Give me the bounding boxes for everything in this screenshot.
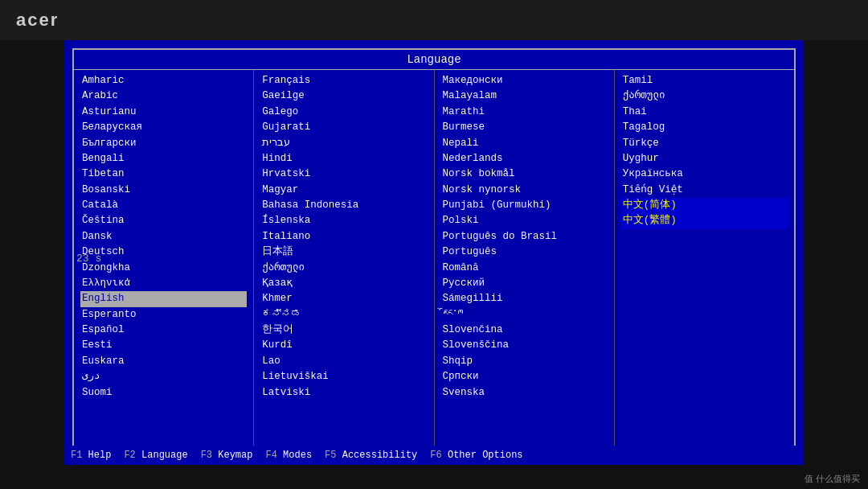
list-item[interactable]: Thai <box>621 105 788 120</box>
list-item[interactable]: Latviski <box>260 385 427 401</box>
list-item[interactable]: עברית <box>260 136 427 151</box>
acer-logo: acer <box>16 10 59 31</box>
list-item[interactable]: 한국어 <box>260 323 427 338</box>
list-item[interactable]: ಕನ್ನಡ <box>260 307 427 323</box>
watermark: 值 什么值得买 <box>805 473 860 485</box>
language-title: Language <box>74 50 794 70</box>
list-item[interactable]: Čeština <box>80 213 247 228</box>
list-item[interactable]: Tamil <box>621 73 788 88</box>
list-item[interactable]: Српски <box>441 369 608 384</box>
timer: 23 s <box>76 253 101 265</box>
list-item[interactable]: Euskara <box>80 354 247 369</box>
list-item[interactable]: Dansk <box>80 229 247 244</box>
list-item[interactable]: Tiếng Việt <box>621 183 788 198</box>
list-item[interactable]: Punjabi (Gurmukhi) <box>441 198 608 213</box>
list-item[interactable]: Polski <box>441 213 608 228</box>
list-item[interactable]: Magyar <box>260 183 427 198</box>
list-item[interactable]: Uyghur <box>621 151 788 166</box>
list-item[interactable]: Македонски <box>441 73 608 88</box>
list-item[interactable]: Bosanski <box>80 183 247 198</box>
list-item[interactable]: Slovenščina <box>441 338 608 353</box>
list-item[interactable]: Български <box>80 136 247 151</box>
list-item[interactable]: Gaeilge <box>260 88 427 104</box>
list-item[interactable]: Svenska <box>441 385 608 401</box>
list-item[interactable]: Русский <box>441 276 608 291</box>
language-columns: Amharic Arabic Asturianu Беларуская Бълг… <box>74 70 794 455</box>
f5-key[interactable]: F5 Accessibility <box>325 450 417 461</box>
list-item[interactable]: 日本語 <box>260 244 427 260</box>
list-item[interactable]: Français <box>260 73 427 88</box>
list-item[interactable]: Português do Brasil <box>441 229 608 244</box>
list-item[interactable]: Nepali <box>441 136 608 151</box>
list-item[interactable]: Lietuviškai <box>260 369 427 384</box>
list-item[interactable]: Lao <box>260 354 427 369</box>
list-item[interactable]: ཇོང་ཁ <box>441 307 608 323</box>
list-item[interactable]: Malayalam <box>441 88 608 104</box>
language-column-4: Tamil ქართული Thai Tagalog Türkçe Uyghur… <box>615 70 794 455</box>
list-item[interactable]: Suomi <box>80 385 247 401</box>
list-item[interactable]: Norsk nynorsk <box>441 183 608 198</box>
list-item[interactable]: Català <box>80 198 247 213</box>
list-item[interactable]: Asturianu <box>80 105 247 120</box>
list-item[interactable]: Қазақ <box>260 276 427 291</box>
list-item[interactable]: Беларуская <box>80 120 247 135</box>
laptop-frame: acer 23 s Language Amharic Arabic Asturi… <box>0 0 868 489</box>
list-item[interactable]: Sámegillii <box>441 291 608 306</box>
list-item[interactable]: ქართული <box>260 261 427 276</box>
list-item[interactable]: Íslenska <box>260 213 427 228</box>
list-item[interactable]: Arabic <box>80 88 247 104</box>
list-item[interactable]: Kurdî <box>260 338 427 353</box>
language-column-2: Français Gaeilge Galego Gujarati עברית H… <box>254 70 434 455</box>
list-item[interactable]: Tibetan <box>80 166 247 182</box>
language-column-3: Македонски Malayalam Marathi Burmese Nep… <box>435 70 615 455</box>
f4-key[interactable]: F4 Modes <box>265 450 312 461</box>
list-item[interactable]: Eesti <box>80 338 247 353</box>
f3-key[interactable]: F3 Keymap <box>201 450 253 461</box>
english-selected-item[interactable]: English <box>80 291 247 306</box>
list-item[interactable]: Dzongkha <box>80 261 247 276</box>
f1-key[interactable]: F1 Help <box>71 450 111 461</box>
list-item[interactable]: Marathi <box>441 105 608 120</box>
list-item[interactable]: Shqip <box>441 354 608 369</box>
list-item[interactable]: Gujarati <box>260 120 427 135</box>
list-item[interactable]: Українська <box>621 166 788 182</box>
list-item[interactable]: Hrvatski <box>260 166 427 182</box>
screen: 23 s Language Amharic Arabic Asturianu Б… <box>64 40 804 465</box>
bottom-bar: F1 Help F2 Language F3 Keymap F4 Modes F… <box>64 446 804 465</box>
list-item[interactable]: Amharic <box>80 73 247 88</box>
language-box: Language Amharic Arabic Asturianu Белару… <box>72 48 796 457</box>
list-item[interactable]: Nederlands <box>441 151 608 166</box>
list-item[interactable]: Bahasa Indonesia <box>260 198 427 213</box>
list-item[interactable]: دری <box>80 369 247 384</box>
laptop-top-bar: acer <box>0 0 868 40</box>
list-item[interactable]: Türkçe <box>621 136 788 151</box>
list-item[interactable]: Galego <box>260 105 427 120</box>
list-item[interactable]: Română <box>441 261 608 276</box>
list-item[interactable]: Italiano <box>260 229 427 244</box>
list-item[interactable]: Esperanto <box>80 307 247 323</box>
list-item[interactable]: Hindi <box>260 151 427 166</box>
list-item[interactable]: Ελληνικά <box>80 276 247 291</box>
list-item[interactable]: Tagalog <box>621 120 788 135</box>
f6-key[interactable]: F6 Other Options <box>430 450 522 461</box>
list-item[interactable]: Slovenčina <box>441 323 608 338</box>
f2-key[interactable]: F2 Language <box>124 450 187 461</box>
list-item[interactable]: Bengali <box>80 151 247 166</box>
list-item[interactable]: Burmese <box>441 120 608 135</box>
chinese-simplified-item[interactable]: 中文(简体) <box>621 198 788 213</box>
chinese-traditional-item[interactable]: 中文(繁體) <box>621 213 788 228</box>
list-item[interactable]: ქართული <box>621 88 788 104</box>
list-item[interactable]: Khmer <box>260 291 427 306</box>
list-item[interactable]: Português <box>441 244 608 260</box>
list-item[interactable]: Deutsch <box>80 244 247 260</box>
list-item[interactable]: Norsk bokmål <box>441 166 608 182</box>
list-item[interactable]: Español <box>80 323 247 338</box>
